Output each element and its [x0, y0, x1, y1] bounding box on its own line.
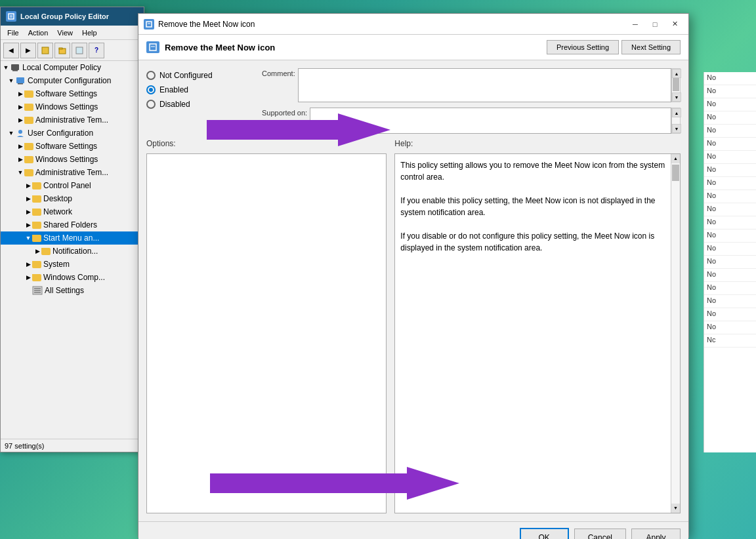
toolbar-help[interactable]: ?	[89, 43, 104, 58]
previous-setting-button[interactable]: Previous Setting	[547, 40, 619, 54]
tree-item-system[interactable]: ▶ System	[1, 258, 144, 271]
help-text: This policy setting allows you to remove…	[400, 159, 669, 254]
tree-item-ws-user[interactable]: ▶ Windows Settings	[1, 153, 144, 166]
help-scroll-thumb	[672, 165, 679, 181]
tree-item-user-config[interactable]: ▼ User Configuration	[1, 127, 144, 140]
tree-item-shared-folders[interactable]: ▶ Shared Folders	[1, 218, 144, 231]
tree-arrow-local: ▼	[2, 64, 10, 71]
supported-scroll-track	[672, 117, 680, 124]
editor-window: Local Group Policy Editor File Action Vi…	[0, 7, 144, 452]
tree-item-notifications[interactable]: ▶ Notification...	[1, 245, 144, 258]
tree-label-notif: Notification...	[52, 247, 98, 256]
supported-scroll-down[interactable]: ▼	[672, 124, 681, 133]
right-item-5: No	[704, 125, 756, 138]
dialog-title-area: Remove the Meet Now icon	[144, 19, 255, 30]
tree-arrow-ws: ▶	[16, 104, 24, 110]
minimize-button[interactable]: ─	[627, 18, 644, 31]
dialog-window-controls: ─ □ ✕	[627, 18, 683, 31]
close-button[interactable]: ✕	[666, 18, 683, 31]
svg-rect-3	[42, 47, 49, 54]
tree-label-sw: Software Settings	[35, 89, 97, 98]
comment-scroll-down[interactable]: ▼	[672, 92, 681, 102]
tree-icon-cp	[32, 182, 41, 190]
tree-label-cc: Computer Configuration	[28, 76, 111, 85]
help-scroll-down[interactable]: ▼	[671, 504, 680, 513]
dialog-title-icon	[144, 19, 154, 30]
radio-not-configured[interactable]: Not Configured	[146, 71, 251, 80]
menu-view[interactable]: View	[53, 28, 77, 38]
right-item-10: No	[704, 190, 756, 203]
tree-item-sw-user[interactable]: ▶ Software Settings	[1, 140, 144, 153]
right-item-21: Nc	[704, 334, 756, 348]
menu-action[interactable]: Action	[24, 28, 52, 38]
radio-enabled[interactable]: Enabled	[146, 85, 251, 94]
svg-rect-0	[9, 14, 14, 19]
apply-button[interactable]: Apply	[631, 529, 681, 540]
tree-item-all-settings[interactable]: All Settings	[1, 284, 144, 297]
toolbar-forward[interactable]: ▶	[20, 43, 36, 58]
tree-item-win-settings[interactable]: ▶ Windows Settings	[1, 100, 144, 113]
toolbar-up[interactable]	[37, 43, 53, 58]
tree-icon-folder-atu	[24, 169, 33, 176]
radio-enabled-input[interactable]	[146, 85, 156, 94]
svg-marker-20	[207, 113, 390, 146]
ok-button[interactable]: OK	[520, 528, 569, 540]
tree-icon-folder-at	[24, 117, 33, 124]
help-scroll-up[interactable]: ▲	[671, 154, 680, 163]
status-text: 97 setting(s)	[5, 442, 45, 450]
supported-scroll-up[interactable]: ▲	[672, 108, 681, 117]
tree-item-admin-tmpl[interactable]: ▶ Administrative Tem...	[1, 113, 144, 127]
dialog-header-icon	[146, 41, 159, 53]
tree-label-local-policy: Local Computer Policy	[22, 63, 101, 72]
svg-rect-6	[76, 47, 83, 54]
right-item-2: No	[704, 85, 756, 98]
tree-item-admin-user[interactable]: ▼ Administrative Tem...	[1, 166, 144, 179]
cancel-button[interactable]: Cancel	[574, 529, 626, 540]
dialog-header-title-area: Remove the Meet Now icon	[146, 41, 275, 53]
menu-help[interactable]: Help	[78, 28, 101, 38]
tree-icon-sf	[32, 222, 41, 229]
tree-item-sw-settings[interactable]: ▶ Software Settings	[1, 87, 144, 100]
tree-icon-notif	[41, 248, 51, 255]
help-scrollbar[interactable]: ▲ ▼	[671, 154, 680, 513]
tree-arrow-sys: ▶	[24, 261, 32, 268]
toolbar-list[interactable]	[72, 43, 87, 58]
toolbar-back[interactable]: ◀	[3, 43, 19, 58]
comment-textarea[interactable]	[298, 68, 671, 102]
arrow-ok-indicator	[210, 464, 459, 505]
tree-item-computer-config[interactable]: ▼ Computer Configuration	[1, 74, 144, 87]
dialog-nav-buttons: Previous Setting Next Setting	[547, 40, 681, 54]
radio-disabled[interactable]: Disabled	[146, 100, 251, 109]
right-item-17: No	[704, 282, 756, 295]
comment-field-row: Comment: ▲ ▼	[262, 68, 681, 102]
menu-file[interactable]: File	[3, 28, 23, 38]
editor-titlebar: Local Group Policy Editor	[1, 7, 144, 26]
tree-arrow-uc: ▼	[7, 130, 15, 136]
maximize-button[interactable]: □	[646, 18, 663, 31]
right-item-13: No	[704, 230, 756, 243]
tree-item-control-panel[interactable]: ▶ Control Panel	[1, 179, 144, 192]
tree-arrow-atu: ▼	[16, 169, 24, 176]
radio-not-configured-input[interactable]	[146, 71, 156, 80]
tree-item-local-policy[interactable]: ▼ Local Computer Policy	[1, 61, 144, 74]
right-item-15: No	[704, 256, 756, 269]
tree-item-network[interactable]: ▶ Network	[1, 205, 144, 218]
tree-icon-folder-ws	[24, 104, 33, 111]
radio-disabled-input[interactable]	[146, 100, 156, 109]
tree-item-desktop[interactable]: ▶ Desktop	[1, 192, 144, 205]
tree-label-sm: Start Menu an...	[43, 233, 99, 243]
comment-scrollbar[interactable]: ▲ ▼	[671, 68, 681, 102]
next-setting-button[interactable]: Next Setting	[621, 40, 681, 54]
tree-icon-folder-swu	[24, 143, 33, 150]
dialog-header-title-text: Remove the Meet Now icon	[165, 43, 275, 52]
tree-arrow-notif: ▶	[33, 248, 41, 254]
supported-scrollbar[interactable]: ▲ ▼	[671, 108, 681, 134]
tree-icon-all-settings	[32, 286, 43, 295]
tree-item-start-menu[interactable]: ▼ Start Menu an...	[1, 231, 144, 245]
help-para-1: This policy setting allows you to remove…	[400, 159, 667, 183]
toolbar-folder[interactable]	[54, 43, 70, 58]
dialog-header: Remove the Meet Now icon Previous Settin…	[138, 35, 688, 60]
tree-item-win-comp[interactable]: ▶ Windows Comp...	[1, 271, 144, 284]
right-item-20: No	[704, 321, 756, 334]
comment-scroll-up[interactable]: ▲	[672, 69, 681, 78]
